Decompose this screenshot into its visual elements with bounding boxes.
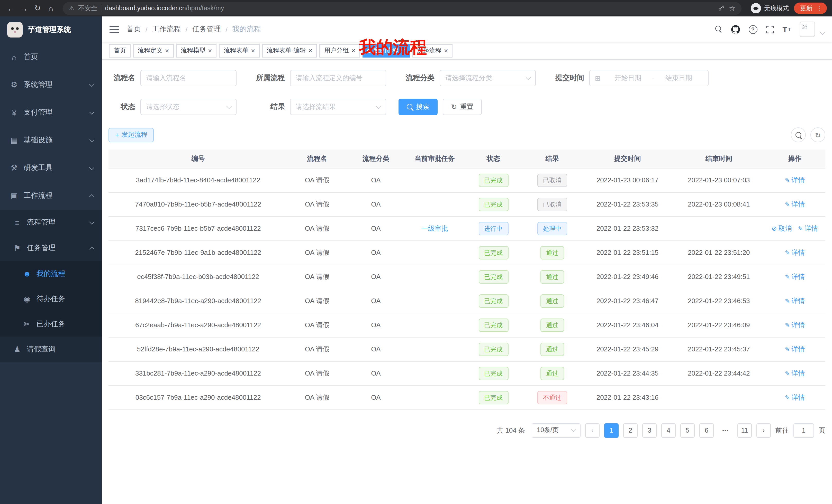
tab-process-model[interactable]: 流程模型× bbox=[176, 44, 216, 57]
fullscreen-icon[interactable] bbox=[766, 25, 774, 33]
status-tag: 已完成 bbox=[478, 173, 508, 187]
sidebar-item-workflow[interactable]: ▣工作流程 bbox=[0, 182, 102, 209]
submit-time-range[interactable]: ⊞ 开始日期 - 结束日期 bbox=[589, 70, 709, 86]
tab-process-form[interactable]: 流程表单× bbox=[219, 44, 259, 57]
app-title: 芋道管理系统 bbox=[28, 25, 71, 34]
sidebar-item-system-management[interactable]: ⚙系统管理 bbox=[0, 71, 102, 99]
tab-close-icon[interactable]: × bbox=[444, 47, 448, 54]
page-button-11[interactable]: 11 bbox=[737, 423, 752, 438]
detail-icon: ✎ bbox=[785, 249, 790, 256]
forward-icon[interactable]: → bbox=[19, 4, 30, 12]
github-icon[interactable] bbox=[731, 25, 740, 34]
page-button-1[interactable]: 1 bbox=[604, 423, 619, 438]
prev-page-button[interactable]: ‹ bbox=[585, 423, 600, 438]
current-task-link[interactable]: 一级审批 bbox=[421, 224, 448, 232]
avatar[interactable] bbox=[800, 22, 815, 37]
tab-close-icon[interactable]: × bbox=[251, 47, 255, 54]
tab-close-icon[interactable]: × bbox=[352, 47, 355, 54]
sidebar-item-home[interactable]: ⌂首页 bbox=[0, 43, 102, 71]
search-icon[interactable] bbox=[715, 26, 722, 33]
security-label[interactable]: 不安全 bbox=[78, 4, 98, 12]
search-button[interactable]: 搜索 bbox=[398, 99, 438, 115]
category-select[interactable]: 请选择流程分类 bbox=[440, 70, 536, 86]
logo[interactable]: 芋道管理系统 bbox=[0, 17, 102, 43]
process-table: 编号流程名流程分类当前审批任务状态结果提交时间结束时间操作 3ad174fb-7… bbox=[108, 149, 825, 410]
incognito-label: 无痕模式 bbox=[764, 4, 789, 12]
next-page-button[interactable]: › bbox=[756, 423, 771, 438]
page-button-4[interactable]: 4 bbox=[661, 423, 676, 438]
toggle-search-button[interactable] bbox=[791, 128, 806, 142]
detail-action-link[interactable]: ✎详情 bbox=[785, 369, 805, 378]
bookmark-star-icon[interactable]: ☆ bbox=[729, 4, 735, 12]
tab-home[interactable]: 首页 bbox=[109, 44, 131, 57]
refresh-table-button[interactable]: ↻ bbox=[810, 128, 825, 142]
sidebar-item-process-management[interactable]: ≡流程管理 bbox=[0, 209, 102, 235]
chevron-down-icon[interactable] bbox=[820, 30, 825, 35]
hamburger-icon[interactable] bbox=[109, 25, 119, 33]
breadcrumb-item[interactable]: 工作流程 bbox=[152, 25, 181, 34]
process-name-input[interactable]: 请输入流程名 bbox=[140, 70, 237, 86]
detail-action-link[interactable]: ✎详情 bbox=[798, 224, 818, 233]
page-ellipsis[interactable]: ••• bbox=[718, 423, 733, 438]
tab-close-icon[interactable]: × bbox=[165, 47, 169, 54]
back-icon[interactable]: ← bbox=[5, 4, 17, 12]
sidebar-item-todo-task[interactable]: ◉待办任务 bbox=[0, 286, 102, 311]
detail-action-link[interactable]: ✎详情 bbox=[785, 296, 805, 305]
sidebar-item-leave-query[interactable]: ♟请假查询 bbox=[0, 337, 102, 362]
font-size-icon[interactable]: TT bbox=[782, 25, 791, 34]
cell-category: OA bbox=[346, 337, 406, 361]
help-icon[interactable]: ? bbox=[749, 25, 757, 34]
page-button-5[interactable]: 5 bbox=[680, 423, 695, 438]
reset-button[interactable]: ↻ 重置 bbox=[443, 99, 482, 115]
page-button-3[interactable]: 3 bbox=[642, 423, 657, 438]
search-icon bbox=[407, 104, 413, 110]
cell-actions: ✎详情 bbox=[764, 289, 825, 313]
update-button[interactable]: 更新 ⋮ bbox=[794, 3, 827, 14]
detail-action-link[interactable]: ✎详情 bbox=[785, 200, 805, 209]
toolbar-actions: ↻ bbox=[791, 128, 825, 142]
cell-submit-time: 2022-01-22 23:45:29 bbox=[581, 337, 673, 361]
breadcrumb-item[interactable]: 首页 bbox=[127, 25, 141, 34]
result-select[interactable]: 请选择流结果 bbox=[290, 99, 386, 115]
cell-actions: ✎详情 bbox=[764, 168, 825, 192]
detail-action-link[interactable]: ✎详情 bbox=[785, 272, 805, 281]
tab-process-definition[interactable]: 流程定义× bbox=[133, 44, 174, 57]
detail-action-link[interactable]: ✎详情 bbox=[785, 393, 805, 402]
sidebar-item-my-process[interactable]: ☻我的流程 bbox=[0, 261, 102, 286]
tab-close-icon[interactable]: × bbox=[309, 47, 312, 54]
placeholder-text: 请输入流程定义的编号 bbox=[296, 74, 363, 83]
sidebar-item-task-management[interactable]: ⚑任务管理 bbox=[0, 235, 102, 261]
reset-button-label: 重置 bbox=[460, 102, 473, 111]
tab-user-group[interactable]: 用户分组× bbox=[319, 44, 360, 57]
reload-icon[interactable]: ↻ bbox=[32, 4, 43, 13]
tab-close-icon[interactable]: × bbox=[208, 47, 212, 54]
password-key-icon[interactable] bbox=[718, 5, 725, 12]
cell-submit-time: 2022-01-22 23:53:32 bbox=[581, 216, 673, 241]
cancel-action-link[interactable]: ⊘取消 bbox=[772, 224, 791, 233]
sidebar-item-label: 研发工具 bbox=[24, 163, 52, 173]
address-bar[interactable]: ⚠ 不安全 dashboard.yudao.iocoder.cn/bpm/tas… bbox=[63, 2, 742, 15]
tab-process-form-edit[interactable]: 流程表单-编辑× bbox=[262, 44, 317, 57]
detail-action-link[interactable]: ✎详情 bbox=[785, 344, 805, 354]
detail-action-link[interactable]: ✎详情 bbox=[785, 248, 805, 257]
page-size-select[interactable]: 10条/页 bbox=[532, 423, 580, 438]
detail-action-link[interactable]: ✎详情 bbox=[785, 175, 805, 185]
home-icon[interactable]: ⌂ bbox=[45, 4, 57, 12]
status-tag: 已完成 bbox=[478, 270, 508, 283]
goto-page-input[interactable]: 1 bbox=[794, 423, 814, 438]
page-button-6[interactable]: 6 bbox=[699, 423, 714, 438]
cell-end-time: 2022-01-22 23:45:37 bbox=[673, 337, 764, 361]
status-select[interactable]: 请选择状态 bbox=[140, 99, 237, 115]
page-button-2[interactable]: 2 bbox=[623, 423, 638, 438]
create-process-button[interactable]: + 发起流程 bbox=[108, 128, 154, 142]
process-def-input[interactable]: 请输入流程定义的编号 bbox=[290, 70, 386, 86]
browser-menu-icon[interactable]: ⋮ bbox=[816, 5, 822, 12]
detail-action-link[interactable]: ✎详情 bbox=[785, 320, 805, 330]
sidebar-item-done-task[interactable]: ✂已办任务 bbox=[0, 311, 102, 337]
url-text[interactable]: dashboard.yudao.iocoder.cn/bpm/task/my bbox=[105, 5, 224, 12]
sidebar-item-infrastructure[interactable]: ▤基础设施 bbox=[0, 127, 102, 154]
breadcrumb-item[interactable]: 任务管理 bbox=[192, 25, 221, 34]
sidebar-item-dev-tools[interactable]: ⚒研发工具 bbox=[0, 154, 102, 182]
sidebar-item-payment-management[interactable]: ¥支付管理 bbox=[0, 99, 102, 127]
cell-actions: ✎详情 bbox=[764, 361, 825, 385]
